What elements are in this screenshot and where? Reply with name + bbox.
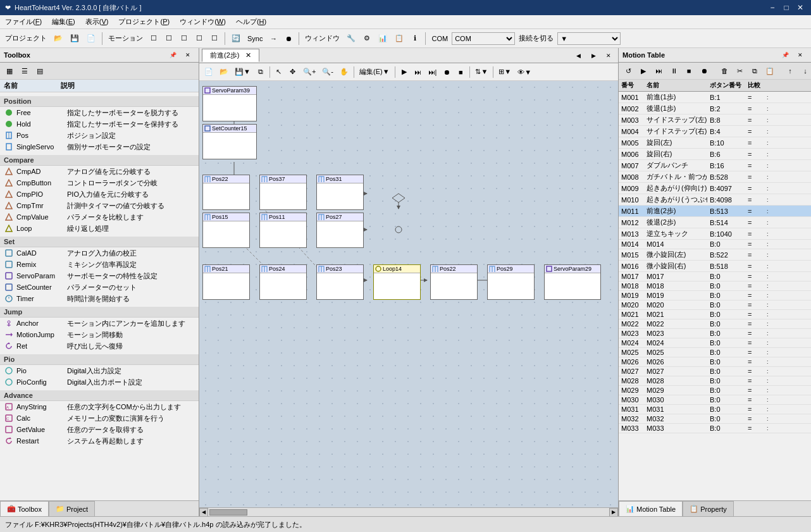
scrollbar-thumb-h[interactable]	[209, 509, 247, 516]
toolbox-item-pio[interactable]: Pio Digital入出力設定	[0, 365, 199, 376]
mt-row-m028[interactable]: M028 M028 B:0 = :	[619, 376, 811, 386]
mt-row-m006[interactable]: M006 旋回(右) B:6 = :	[619, 149, 811, 160]
node-servoparam29[interactable]: ServoParam29	[544, 264, 601, 300]
mt-row-m029[interactable]: M029 M029 B:0 = :	[619, 386, 811, 395]
mt-row-m003[interactable]: M003 サイドステップ(左) B:8 = :	[619, 114, 811, 126]
toolbar-tool1[interactable]: 🔧	[344, 32, 359, 46]
mt-row-m011[interactable]: M011 前進(2歩) B:513 = :	[619, 206, 811, 217]
close-button[interactable]: ✕	[795, 2, 806, 13]
node-pos29[interactable]: Pos29	[487, 264, 535, 300]
node-setcounter15[interactable]: SetCounter15	[202, 124, 257, 159]
mt-row-m031[interactable]: M031 M031 B:0 = :	[619, 405, 811, 414]
toolbox-item-hold[interactable]: Hold 指定したサーボモーターを保持する	[0, 118, 199, 130]
mt-row-m007[interactable]: M007 ダブルパンチ B:16 = :	[619, 160, 811, 171]
ws-record-button[interactable]: ⏺	[440, 66, 453, 78]
toolbar-motion-btn5[interactable]: ☐	[207, 32, 221, 46]
toolbox-item-ret[interactable]: Ret 呼び出し元へ復帰	[0, 340, 199, 352]
ws-select-button[interactable]: ↖	[273, 66, 285, 78]
toolbox-item-restart[interactable]: Restart システムを再起動します	[0, 435, 199, 447]
mt-tb-record[interactable]: ⏺	[697, 64, 711, 78]
mt-row-m013[interactable]: M013 逆立ちキック B:1040 = :	[619, 228, 811, 240]
toolbox-item-anystring[interactable]: A AnyString 任意の文字列をCOMから出力します	[0, 401, 199, 412]
toolbar-open-button[interactable]: 📂	[51, 32, 66, 46]
project-tab[interactable]: 📁 Project	[49, 501, 95, 516]
mt-tb-up[interactable]: ↑	[783, 64, 797, 78]
mt-row-m025[interactable]: M025 M025 B:0 = :	[619, 348, 811, 357]
ws-edit-btn-group[interactable]: 編集(E)▼	[357, 66, 392, 78]
ws-zoom-in-button[interactable]: 🔍+	[300, 66, 318, 78]
toolbar-motion-btn3[interactable]: ☐	[177, 32, 191, 46]
node-pos31[interactable]: Pos31	[316, 175, 364, 210]
ws-grid-button[interactable]: ⊞▼	[496, 66, 514, 78]
motion-table-close-button[interactable]: ✕	[793, 50, 807, 60]
mt-row-m009[interactable]: M009 起きあがり(仰向け) B:4097 = :	[619, 183, 811, 194]
mt-row-m033[interactable]: M033 M033 B:0 = :	[619, 424, 811, 433]
mt-row-m001[interactable]: M001 前進(1歩) B:1 = :	[619, 92, 811, 103]
mt-row-m026[interactable]: M026 M026 B:0 = :	[619, 357, 811, 367]
mt-row-m004[interactable]: M004 サイドステップ(右) B:4 = :	[619, 126, 811, 137]
toolbox-item-cmpbutton[interactable]: CmpButton コントローラーボタンで分岐	[0, 177, 199, 189]
toolbar-tool5[interactable]: ℹ	[408, 32, 422, 46]
toolbox-item-cmpvalue[interactable]: CmpValue パラメータを比較します	[0, 211, 199, 223]
ws-save-btn-group[interactable]: 💾▼	[232, 66, 253, 78]
workspace-scroll-right-button[interactable]: ▶	[586, 49, 600, 63]
node-servoparam39[interactable]: ServoParam39	[202, 86, 257, 121]
mt-tb-delete[interactable]: 🗑	[717, 64, 731, 78]
mt-tb-forward[interactable]: ▶	[636, 64, 650, 78]
toolbox-item-free[interactable]: Free 指定したサーボモーターを脱力する	[0, 107, 199, 118]
toolbox-pin-button[interactable]: 📌	[166, 50, 180, 60]
mt-row-m020[interactable]: M020 M020 B:0 = :	[619, 300, 811, 310]
mt-row-m010[interactable]: M010 起きあがり(うつぶせ) B:4098 = :	[619, 194, 811, 206]
toolbar-motion-btn2[interactable]: ☐	[162, 32, 176, 46]
mt-tb-skip[interactable]: ⏭	[652, 64, 666, 78]
toolbox-item-singleservo[interactable]: SingleServo 個別サーボモーターの設定	[0, 141, 199, 152]
ws-view-button[interactable]: 👁▼	[515, 66, 534, 78]
ws-play-button[interactable]: ▶	[398, 66, 411, 78]
node-pos23[interactable]: Pos23	[316, 264, 364, 300]
node-pos27[interactable]: Pos27	[316, 213, 364, 248]
menu-file[interactable]: ファイル(F)	[0, 16, 47, 28]
mt-row-m008[interactable]: M008 ガチバトル・前つかみ・投げ B:528 = :	[619, 171, 811, 183]
scroll-right-btn[interactable]: ▶	[609, 508, 618, 517]
ws-copy-button[interactable]: ⧉	[254, 66, 267, 78]
toolbar-tool3[interactable]: 📊	[375, 32, 390, 46]
toolbox-view-btn3[interactable]: ▤	[33, 64, 47, 78]
workspace-scrollbar-h[interactable]: ◀ ▶	[199, 507, 618, 516]
ws-new-button[interactable]: 📄	[202, 66, 216, 78]
property-tab[interactable]: 📋 Property	[683, 501, 734, 516]
ws-move-btn[interactable]: ✥	[287, 66, 299, 78]
mt-tb-cut[interactable]: ✂	[733, 64, 746, 78]
toolbox-item-loop[interactable]: Loop 繰り返し処理	[0, 223, 199, 234]
toolbar-connect-dropdown[interactable]: ▼	[557, 32, 621, 45]
ws-sort-btn[interactable]: ⇅▼	[473, 66, 490, 78]
menu-window[interactable]: ウィンドウ(W)	[175, 16, 231, 28]
menu-help[interactable]: ヘルプ(H)	[231, 16, 271, 28]
toolbox-view-btn2[interactable]: ☰	[18, 64, 32, 78]
mt-row-m021[interactable]: M021 M021 B:0 = :	[619, 310, 811, 319]
menu-edit[interactable]: 編集(E)	[47, 16, 80, 28]
toolbox-item-pos[interactable]: Pos ポジション設定	[0, 130, 199, 141]
mt-row-m032[interactable]: M032 M032 B:0 = :	[619, 414, 811, 424]
node-pos11[interactable]: Pos11	[259, 213, 307, 248]
toolbar-new-button[interactable]: 📄	[84, 32, 99, 46]
toolbar-motion-btn4[interactable]: ☐	[192, 32, 206, 46]
ws-open-button[interactable]: 📂	[217, 66, 231, 78]
toolbox-item-servoparam[interactable]: ServoParam サーボモーターの特性を設定	[0, 270, 199, 281]
ws-stop-button[interactable]: ■	[454, 66, 467, 78]
workspace-scroll-left-button[interactable]: ◀	[571, 49, 585, 63]
mt-tb-paste[interactable]: 📋	[763, 64, 777, 78]
toolbox-view-btn1[interactable]: ▦	[3, 64, 16, 78]
mt-row-m002[interactable]: M002 後退(1歩) B:2 = :	[619, 103, 811, 114]
mt-row-m005[interactable]: M005 旋回(左) B:10 = :	[619, 137, 811, 149]
maximize-button[interactable]: □	[781, 2, 792, 13]
mt-tb-pause[interactable]: ⏸	[667, 64, 681, 78]
toolbox-close-button[interactable]: ✕	[181, 50, 195, 60]
mt-row-m017[interactable]: M017 M017 B:0 = :	[619, 272, 811, 281]
minimize-button[interactable]: −	[767, 2, 778, 13]
workspace-tab-main[interactable]: 前進(2歩) ✕	[202, 49, 259, 62]
ws-hand-button[interactable]: ✋	[337, 66, 351, 78]
node-pos15[interactable]: Pos15	[202, 213, 250, 248]
ws-end-button[interactable]: ⏭|	[426, 66, 440, 78]
node-pos37[interactable]: Pos37	[259, 175, 307, 210]
menu-project[interactable]: プロジェクト(P)	[113, 16, 175, 28]
